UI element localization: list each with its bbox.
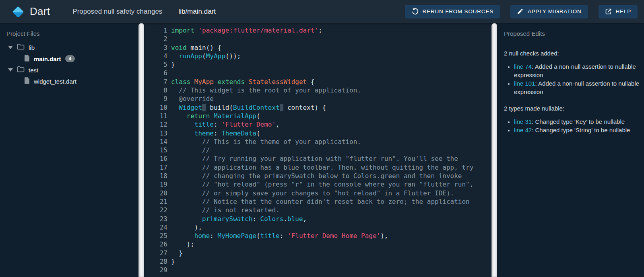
code-token <box>214 78 218 86</box>
rerun-icon <box>411 8 419 15</box>
code-line: 20 // or simply save your changes to "ho… <box>144 189 491 197</box>
code-token: theme <box>194 129 214 137</box>
line-number: 4 <box>144 52 171 60</box>
main-layout: Project Files lib main.dart 4 <box>0 23 644 277</box>
code-line: 8 // This widget is the root of your app… <box>144 86 491 94</box>
code-line: 9 @override <box>144 94 491 103</box>
code-token: StatelessWidget <box>249 78 307 86</box>
line-number: 7 <box>144 78 171 86</box>
edit-item: line 31: Changed type 'Key' to be nullab… <box>514 117 640 126</box>
code-line-content: theme: ThemeData( <box>171 129 260 137</box>
chevron-down-icon[interactable] <box>8 68 13 72</box>
code-token: // This widget is the root of your appli… <box>179 86 361 94</box>
code-token: Widget <box>179 104 202 111</box>
apply-migration-button[interactable]: APPLY MIGRATION <box>510 5 588 18</box>
code-token: primarySwatch <box>202 215 252 223</box>
code-token: // changing the primarySwatch below to C… <box>202 172 462 180</box>
code-token <box>171 138 202 146</box>
sidebar-item-lib-folder[interactable]: lib <box>0 42 138 53</box>
code-line: 26 ); <box>144 240 491 248</box>
line-number: 27 <box>144 249 171 257</box>
code-line: 14 // This is the theme of your applicat… <box>144 137 491 146</box>
sidebar-item-test-folder[interactable]: test <box>0 64 138 76</box>
code-token <box>171 52 179 60</box>
code-token: : <box>214 121 221 128</box>
code-token: return <box>187 112 210 120</box>
edit-line-link[interactable]: line 101 <box>514 80 535 87</box>
code-token: BuildContext <box>233 104 280 111</box>
code-token <box>190 78 194 86</box>
code-token <box>171 181 202 188</box>
code-line: 1import 'package:flutter/material.dart'; <box>144 26 491 35</box>
rerun-label: RERUN FROM SOURCES <box>423 8 493 14</box>
code-token: import <box>171 27 194 34</box>
help-button[interactable]: HELP <box>599 5 638 18</box>
code-line-content: import 'package:flutter/material.dart'; <box>171 26 322 35</box>
code-line: 29 <box>144 266 491 274</box>
edit-line-link[interactable]: line 31 <box>514 118 532 125</box>
file-icon <box>24 55 30 63</box>
line-number: 6 <box>144 69 171 77</box>
code-token: MyApp <box>194 78 214 86</box>
code-token: // This is the theme of your application… <box>202 138 361 146</box>
edit-line-link[interactable]: line 74 <box>514 63 532 70</box>
code-token: } <box>171 249 183 257</box>
edit-item: line 101: Added a non-null assertion to … <box>514 79 640 96</box>
line-number: 10 <box>144 103 171 112</box>
edit-item: line 74: Added a non-null assertion to n… <box>514 62 640 79</box>
edits-section-heading: 2 types made nullable: <box>504 105 640 112</box>
code-line-content: runApp(MyApp()); <box>171 52 241 60</box>
code-editor: 1import 'package:flutter/material.dart';… <box>144 23 491 277</box>
edit-description: : Changed type 'String' to be nullable <box>532 127 630 133</box>
edit-line-link[interactable]: line 42 <box>514 127 532 133</box>
code-token <box>171 146 202 154</box>
code-token: ); <box>171 240 194 248</box>
code-token: main() { <box>187 44 222 51</box>
code-line: 27 } <box>144 249 491 257</box>
file-panel-scrollbar[interactable] <box>138 23 144 277</box>
scrollbar-thumb[interactable] <box>491 23 497 277</box>
code-line-content: title: 'Flutter Demo', <box>171 120 280 129</box>
line-number: 24 <box>144 223 171 232</box>
code-token <box>171 104 179 111</box>
code-token: // Notice that the counter didn't reset … <box>202 198 470 205</box>
nullability-hint-region[interactable] <box>280 104 284 111</box>
code-token: : <box>214 129 221 137</box>
code-token: ; <box>318 27 322 34</box>
code-token: blue <box>287 215 303 223</box>
sidebar-item-widget-test-dart[interactable]: widget_test.dart <box>0 76 138 87</box>
line-number: 14 <box>144 137 171 146</box>
code-token: ( <box>256 232 260 240</box>
code-line-content: // is not restarted. <box>171 206 280 214</box>
code-line: 13 theme: ThemeData( <box>144 129 491 137</box>
line-number: 3 <box>144 43 171 52</box>
code-token: 'Flutter Demo' <box>221 121 276 128</box>
chevron-down-icon[interactable] <box>8 46 13 49</box>
line-number: 25 <box>144 232 171 240</box>
nullability-hint-region[interactable] <box>202 104 206 111</box>
code-panel-scrollbar[interactable] <box>491 23 497 277</box>
code-line: 17 // application has a blue toolbar. Th… <box>144 163 491 172</box>
code-line: 11 return MaterialApp( <box>144 112 491 120</box>
code-token: class <box>171 78 190 86</box>
line-number: 23 <box>144 215 171 223</box>
scrollbar-thumb[interactable] <box>138 23 144 277</box>
code-line-content: // "hot reload" (press "r" in the consol… <box>171 180 473 189</box>
pencil-icon <box>517 8 524 15</box>
line-number: 17 <box>144 163 171 172</box>
code-line: 4 runApp(MyApp()); <box>144 52 491 60</box>
sidebar-item-main-dart[interactable]: main.dart 4 <box>0 53 138 64</box>
code-token: } <box>171 258 175 265</box>
code-token: ( <box>202 52 206 60</box>
code-token: ), <box>171 224 202 231</box>
line-number: 1 <box>144 26 171 35</box>
rerun-from-sources-button[interactable]: RERUN FROM SOURCES <box>405 5 500 18</box>
code-token: ), <box>380 232 388 240</box>
code-token <box>171 86 179 94</box>
line-number: 20 <box>144 189 171 197</box>
code-token <box>194 27 198 34</box>
code-line: 3void main() { <box>144 43 491 52</box>
code-token <box>245 78 249 86</box>
code-token: runApp <box>179 52 202 60</box>
line-number: 2 <box>144 35 171 43</box>
